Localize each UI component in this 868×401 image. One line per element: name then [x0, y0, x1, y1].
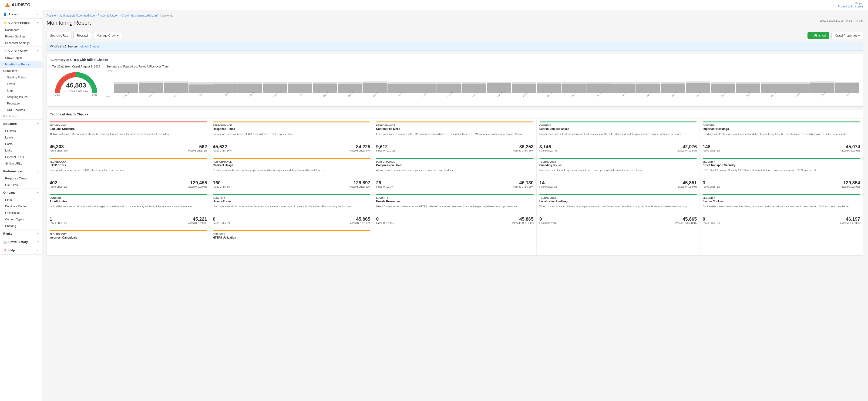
sidebar-item-scripting-issues[interactable]: Scripting Issues	[0, 94, 42, 100]
sidebar-section-performance: Performance ▾ Response Times File Sizes	[0, 167, 42, 188]
health-card[interactable]: TECHNOLOGYEncoding IssuesEvery document …	[537, 155, 700, 191]
sidebar-current-project-header[interactable]: 📁 Current Project ▾	[0, 19, 42, 27]
sidebar-performance-header[interactable]: Performance ▾	[0, 167, 42, 175]
health-card[interactable]: PERFORMANCEContent File SizesFor a good …	[373, 119, 537, 155]
sidebar-item-dashboard[interactable]: Dashboard	[0, 27, 42, 33]
sidebar-account-header[interactable]: 👤 Account ▾	[0, 10, 42, 19]
status-bar	[539, 158, 697, 159]
health-card[interactable]	[700, 227, 863, 255]
health-card-desc: Proper titles and meta-descriptions are …	[539, 132, 697, 142]
health-card[interactable]: PERFORMANCERedirect UsageRedirects withi…	[210, 155, 373, 191]
health-card[interactable]	[537, 227, 700, 255]
sidebar-item-content-types[interactable]: Content Types	[0, 216, 42, 223]
health-card[interactable]: TECHNOLOGYLocalization/HreflangWhen cont…	[537, 191, 700, 227]
project-link[interactable]: Project tutkit.com ▾	[838, 5, 863, 8]
bar-segment-fail	[188, 85, 213, 93]
health-card-title: Content File Sizes	[376, 127, 534, 131]
sidebar-structure-header[interactable]: Structure ▾	[0, 120, 42, 128]
toolbar-left: Search URLs Recrawl Manage Crawl ▾	[46, 32, 122, 39]
stat-pass-value: 46,197	[839, 216, 860, 222]
on-page-label: On-page	[3, 191, 16, 194]
health-card[interactable]: SECURITYStrict Transport SecurityHTTP St…	[700, 155, 863, 191]
sidebar-crawl-history-header[interactable]: 📊 Crawl History ▾	[0, 238, 42, 246]
breadcrumb-audisto[interactable]: Audisto	[46, 14, 56, 17]
health-card[interactable]: TECHNOLOGYBad Link StructureAll links wi…	[47, 119, 210, 155]
sidebar-item-monitoring-report[interactable]: Monitoring Report	[0, 61, 42, 68]
sidebar-item-external-urls[interactable]: External URLs	[0, 154, 42, 160]
sidebar-section-help: ❓ Help ▾	[0, 246, 42, 255]
crawl-properties-button[interactable]: Crawl Properties ▾	[832, 32, 863, 39]
health-card[interactable]: PERFORMANCECompression UsedAll transferr…	[373, 155, 537, 191]
health-card[interactable]: PERFORMANCEResponse TimesFor a good user…	[210, 119, 373, 155]
manage-crawl-button[interactable]: Manage Crawl ▾	[93, 32, 122, 39]
health-card[interactable]: CONTENTSearch Snippet IssuesProper title…	[537, 119, 700, 155]
breadcrumb-project[interactable]: Project tutkit.com	[98, 14, 119, 17]
sidebar-item-starting-points[interactable]: Starting Points	[0, 74, 42, 81]
crawl-history-icon: 📊	[3, 240, 7, 244]
bar-segment-fail	[686, 83, 710, 93]
project-settings-label: Project Settings	[5, 35, 26, 38]
sidebar-item-duplicate-content[interactable]: Duplicate Content	[0, 203, 42, 210]
stat-pass-pct: Passed URLs: 99%	[350, 185, 370, 188]
sidebar-item-scheduler-settings[interactable]: Scheduler Settings	[0, 40, 42, 46]
bar-segment-pass	[288, 82, 312, 84]
sidebar-item-robots-txt[interactable]: Robots.txt	[0, 100, 42, 107]
breadcrumb-crawl[interactable]: Crawl https://www.tutkit.com/	[122, 14, 158, 17]
sidebar-item-hreflang[interactable]: Hreflang	[0, 223, 42, 229]
health-card[interactable]: TECHNOLOGYHTTP ErrorsFor a good user exp…	[47, 155, 210, 191]
sidebar-item-hosts[interactable]: Hosts	[0, 141, 42, 147]
sidebar-ranks-header[interactable]: Ranks ▾	[0, 229, 42, 238]
sidebar-section-structure: Structure ▾ Clusters Levels Hosts Links …	[0, 120, 42, 167]
recrawl-button[interactable]: Recrawl	[73, 32, 91, 39]
bar-segment-fail	[363, 83, 387, 93]
health-card-desc: For a good user experience all HTML docu…	[376, 132, 534, 142]
sidebar-item-links[interactable]: Links	[0, 147, 42, 154]
bar-segment-pass	[114, 82, 138, 84]
sidebar-item-crawl-info[interactable]: Crawl Info	[0, 68, 42, 74]
sidebar-item-similar-urls[interactable]: Similar URLs	[0, 160, 42, 167]
search-urls-button[interactable]: Search URLs	[46, 32, 71, 39]
stat-left: 29Failed URLs: 1%	[376, 180, 394, 188]
health-card[interactable]: SECURITYUnsafe FormsUser input data shou…	[210, 191, 373, 227]
sidebar-item-logs[interactable]: Logs	[0, 87, 42, 94]
sidebar-item-hints[interactable]: Hints	[0, 197, 42, 203]
bar-group: Jan 31	[711, 70, 735, 98]
health-card[interactable]: TECHNOLOGYIncorrect Canonicals	[47, 227, 210, 255]
health-card[interactable]: SECURITYHTTPS Utilization	[210, 227, 373, 255]
health-card-category: PERFORMANCE	[376, 124, 534, 127]
health-card[interactable]	[373, 227, 537, 255]
health-card-title: Unsafe Resources	[376, 200, 534, 204]
health-card[interactable]: CONTENTAlt AttributesValid HTML requires…	[47, 191, 210, 227]
sidebar-item-project-settings[interactable]: Project Settings	[0, 33, 42, 40]
stat-fail-value: 45,632	[213, 144, 232, 149]
breadcrumb-user[interactable]: matthias.pete@xxx-media.de	[59, 14, 95, 17]
health-card-title: Compression Used	[376, 164, 534, 167]
stat-pass-pct: Passed URLs: 100%	[675, 222, 697, 224]
health-card-title: Unsafe Forms	[213, 200, 370, 204]
bar-segment-pass	[437, 82, 461, 84]
gauge-container: Test Data from Crawl August 1, 2024 46,5…	[51, 65, 102, 103]
gauge-pct-right: 64%	[92, 93, 97, 96]
health-card-category: SECURITY	[213, 197, 370, 199]
sidebar-item-clusters[interactable]: Clusters	[0, 128, 42, 134]
sidebar-item-edit-settings[interactable]: Edit Settings	[0, 113, 42, 119]
health-card[interactable]: CONTENTImportant HeadingsHeadings add to…	[700, 119, 863, 155]
file-sizes-label: File Sizes	[5, 183, 18, 187]
sidebar-item-localization[interactable]: Localization	[0, 210, 42, 216]
health-card-desc: HTTP Strict Transport Security (HSTS) is…	[703, 168, 860, 178]
sidebar-item-crawl-report[interactable]: Crawl Report	[0, 55, 42, 61]
sidebar-current-crawl-header[interactable]: 📄 Current Crawl ▾	[0, 47, 42, 55]
sidebar-item-response-times[interactable]: Response Times	[0, 175, 42, 182]
health-header: Technical Health Checks	[47, 110, 863, 119]
finished-button[interactable]: ✓ Finished	[807, 32, 829, 39]
sidebar-help-header[interactable]: ❓ Help ▾	[0, 246, 42, 254]
info-banner-link[interactable]: help on Checks.	[79, 45, 100, 48]
health-card[interactable]: SECURITYSecure CookiesCookie data often …	[700, 191, 863, 227]
sidebar-on-page-header[interactable]: On-page ▾	[0, 188, 42, 197]
sidebar-item-levels[interactable]: Levels	[0, 134, 42, 141]
sidebar-item-errors[interactable]: Errors	[0, 81, 42, 87]
health-card[interactable]: SECURITYUnsafe ResourcesMixed Content oc…	[373, 191, 537, 227]
sidebar-item-file-sizes[interactable]: File Sizes	[0, 182, 42, 188]
breadcrumb: Audisto › matthias.pete@xxx-media.de › P…	[46, 14, 863, 17]
sidebar-item-url-rewrites[interactable]: URL Rewrites	[0, 107, 42, 113]
